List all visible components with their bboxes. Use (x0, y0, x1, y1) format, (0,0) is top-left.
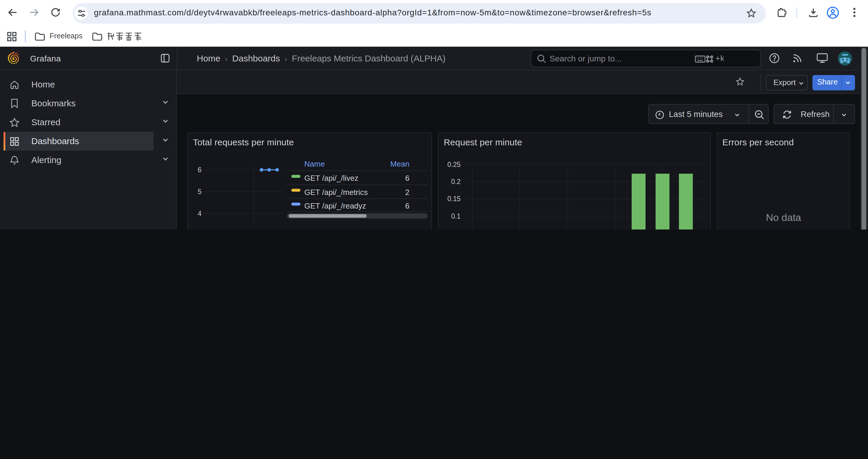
svg-text:0.1: 0.1 (451, 212, 461, 220)
svg-text:0.05: 0.05 (447, 229, 461, 230)
svg-text:0.25: 0.25 (447, 160, 461, 168)
svg-text:0.15: 0.15 (447, 195, 461, 202)
svg-text:4: 4 (197, 209, 201, 217)
svg-text:0.2: 0.2 (451, 177, 461, 185)
